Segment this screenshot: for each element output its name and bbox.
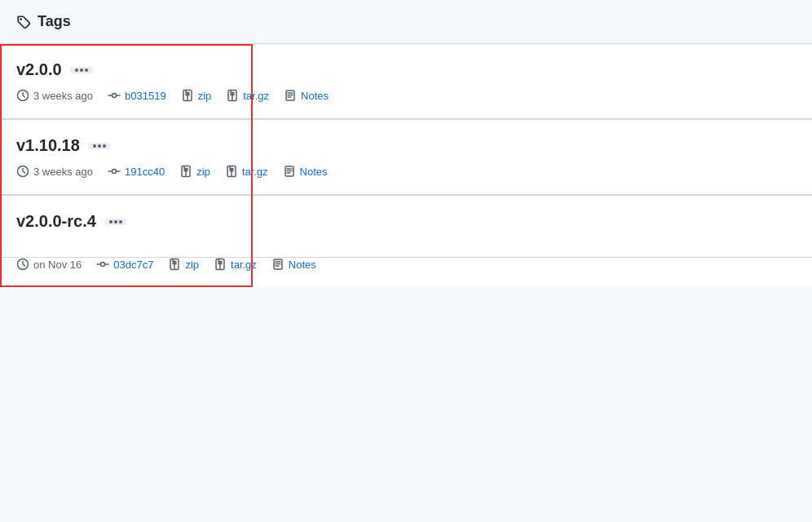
notes-icon [284, 89, 297, 102]
zip-link[interactable]: zip [198, 90, 212, 102]
commit-hash[interactable]: 191cc40 [125, 166, 165, 178]
commit-hash[interactable]: b031519 [125, 90, 166, 102]
targz-item: tar.gz [214, 258, 257, 271]
clock-icon [16, 89, 29, 102]
tag-meta-row: on Nov 16 03dc7c7 zip [16, 258, 796, 271]
tag-name-row: v2.0.0-rc.4 [16, 212, 796, 231]
commit-item: 191cc40 [108, 165, 165, 178]
commit-item: b031519 [108, 89, 166, 102]
targz-item: tar.gz [226, 89, 269, 102]
commit-hash[interactable]: 03dc7c7 [113, 259, 153, 271]
zip-link[interactable]: zip [185, 259, 199, 271]
more-options-button[interactable] [70, 67, 93, 73]
tag-icon [16, 15, 31, 29]
notes-link[interactable]: Notes [289, 259, 316, 271]
targz-icon [214, 258, 227, 271]
targz-item: tar.gz [225, 165, 268, 178]
notes-link[interactable]: Notes [301, 90, 329, 102]
zip-item: zip [181, 89, 212, 102]
notes-icon [283, 165, 296, 178]
time-item: 3 weeks ago [16, 89, 93, 102]
targz-icon [225, 165, 238, 178]
tag-name: v2.0.0 [16, 60, 62, 79]
time-item: on Nov 16 [16, 258, 82, 271]
clock-icon [16, 165, 29, 178]
zip-icon [181, 89, 194, 102]
targz-icon [226, 89, 239, 102]
tag-item-v2-0-0-rc4-meta: on Nov 16 03dc7c7 zip [0, 258, 812, 287]
tag-name-row: v1.10.18 [16, 136, 796, 155]
notes-link[interactable]: Notes [300, 166, 328, 178]
more-options-button[interactable] [88, 143, 111, 149]
tag-time: 3 weeks ago [33, 166, 93, 178]
tag-time: 3 weeks ago [33, 90, 93, 102]
targz-link[interactable]: tar.gz [243, 90, 269, 102]
targz-link[interactable]: tar.gz [242, 166, 268, 178]
clock-icon [16, 258, 29, 271]
zip-item: zip [168, 258, 199, 271]
more-options-button[interactable] [104, 219, 127, 225]
zip-icon [168, 258, 181, 271]
page-container: Tags v2.0.0 3 weeks ago [0, 0, 812, 522]
tag-time: on Nov 16 [33, 259, 82, 271]
commit-icon [96, 258, 109, 271]
notes-item: Notes [271, 258, 316, 271]
notes-item: Notes [283, 165, 328, 178]
time-item: 3 weeks ago [16, 165, 93, 178]
targz-link[interactable]: tar.gz [231, 259, 257, 271]
tag-name: v1.10.18 [16, 136, 80, 155]
tag-meta-row: 3 weeks ago b031519 zi [16, 89, 796, 102]
notes-item: Notes [284, 89, 329, 102]
commit-icon [108, 165, 121, 178]
tag-name: v2.0.0-rc.4 [16, 212, 96, 231]
tag-item-v1-10-18: v1.10.18 3 weeks ago [0, 119, 812, 195]
notes-icon [271, 258, 285, 271]
commit-item: 03dc7c7 [96, 258, 153, 271]
page-title: Tags [38, 13, 71, 30]
zip-link[interactable]: zip [196, 166, 210, 178]
tag-meta-row: 3 weeks ago 191cc40 zi [16, 165, 796, 178]
commit-icon [108, 89, 121, 102]
zip-item: zip [179, 165, 210, 178]
tags-header: Tags [0, 0, 812, 44]
tag-item-v2-0-0: v2.0.0 3 weeks ago [0, 44, 812, 119]
tag-name-row: v2.0.0 [16, 60, 796, 79]
tag-item-v2-0-0-rc4: v2.0.0-rc.4 [0, 195, 812, 258]
zip-icon [179, 165, 192, 178]
